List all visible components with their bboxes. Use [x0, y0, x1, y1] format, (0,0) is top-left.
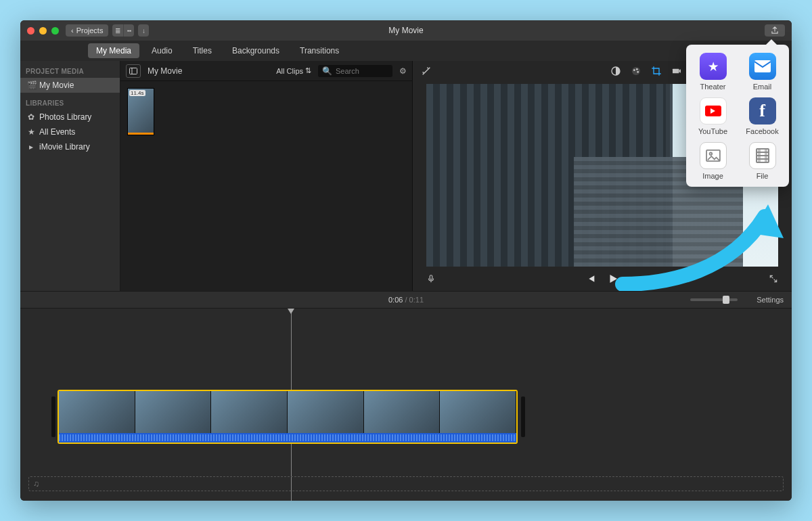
clip-filter-dropdown[interactable]: All Clips ⇅	[276, 66, 311, 75]
crop-button[interactable]	[651, 66, 662, 76]
clapper-icon: 🎬	[27, 81, 35, 90]
share-youtube[interactable]: YouTube	[692, 97, 734, 135]
svg-point-3	[632, 67, 640, 75]
timeline[interactable]: ♫	[20, 309, 792, 501]
share-email[interactable]: Email	[741, 53, 784, 91]
fullscreen-button[interactable]	[769, 274, 778, 284]
sidebar-header-libraries: LIBRARIES	[20, 97, 120, 110]
clip-used-indicator	[128, 133, 154, 135]
share-image[interactable]: Image	[692, 142, 734, 180]
gear-icon: ⚙	[399, 66, 407, 76]
titlebar: ‹ Projects ≣ ╍ ↓ My Movie	[20, 20, 792, 41]
playback-controls	[413, 267, 792, 291]
sidebar-item-photos-library[interactable]: ✿ Photos Library	[20, 110, 120, 124]
clip-trim-handle-left[interactable]	[51, 397, 55, 437]
sidebar: PROJECT MEDIA 🎬 My Movie LIBRARIES ✿ Pho…	[20, 61, 120, 291]
stabilization-button[interactable]	[671, 66, 682, 76]
play-button[interactable]	[607, 273, 619, 285]
enhance-wand-button[interactable]	[421, 66, 432, 76]
clip-thumbnails	[59, 391, 516, 433]
share-label: File	[757, 172, 769, 180]
clip-duration-badge: 11.4s	[129, 90, 145, 96]
clip-filter-label: All Clips	[276, 67, 303, 75]
download-arrow-icon: ↓	[138, 24, 149, 37]
app-window: ‹ Projects ≣ ╍ ↓ My Movie My Media Audio…	[20, 20, 792, 501]
close-window-button[interactable]	[27, 27, 35, 35]
share-button[interactable]	[765, 24, 785, 37]
search-icon: 🔍	[322, 66, 332, 76]
svg-rect-7	[673, 69, 679, 74]
window-title: My Movie	[20, 26, 792, 35]
contrast-icon	[610, 66, 621, 76]
chevrons-icon: ⇅	[305, 66, 311, 75]
camera-icon	[671, 66, 682, 76]
microphone-icon	[426, 273, 436, 284]
image-icon	[700, 142, 727, 169]
tab-backgrounds[interactable]: Backgrounds	[224, 43, 288, 58]
clip-audio-waveform	[59, 433, 516, 443]
voiceover-button[interactable]	[426, 273, 436, 284]
browser-toolbar: My Movie All Clips ⇅ 🔍 ⚙	[120, 61, 412, 81]
sidebar-item-my-movie[interactable]: 🎬 My Movie	[20, 78, 120, 93]
library-view-toggle[interactable]: ≣ ╍	[112, 24, 134, 37]
skip-back-icon	[585, 273, 596, 284]
sidebar-item-label: My Movie	[39, 81, 74, 90]
timeline-settings-button[interactable]: Settings	[757, 296, 784, 304]
timeline-header: 0:06 / 0:11 Settings	[20, 291, 792, 309]
palette-icon	[631, 66, 641, 76]
disclosure-triangle-icon: ▸	[27, 142, 35, 152]
upper-pane: PROJECT MEDIA 🎬 My Movie LIBRARIES ✿ Pho…	[20, 61, 792, 291]
grid-view-icon: ╍	[123, 24, 134, 37]
playback-time: 0:06 / 0:11	[388, 296, 424, 304]
toggle-sidebar-button[interactable]	[126, 64, 141, 78]
email-icon	[749, 53, 776, 80]
flower-icon: ✿	[27, 112, 35, 122]
svg-point-4	[633, 69, 635, 71]
tab-transitions[interactable]: Transitions	[292, 43, 347, 58]
youtube-icon	[700, 97, 727, 124]
color-correction-button[interactable]	[631, 66, 641, 76]
tab-titles[interactable]: Titles	[185, 43, 220, 58]
search-input[interactable]	[336, 67, 390, 75]
music-track[interactable]: ♫	[28, 476, 784, 491]
browser-project-label: My Movie	[148, 66, 182, 76]
browser-settings-button[interactable]: ⚙	[399, 66, 407, 76]
theater-icon: ★	[700, 53, 727, 80]
media-tabs: My Media Audio Titles Backgrounds Transi…	[20, 41, 792, 61]
sidebar-item-imovie-library[interactable]: ▸ iMovie Library	[20, 139, 120, 154]
share-popover: ★ Theater Email YouTube f Facebook	[686, 45, 789, 187]
tab-audio[interactable]: Audio	[143, 43, 181, 58]
projects-back-button[interactable]: ‹ Projects	[66, 24, 108, 37]
svg-point-5	[636, 68, 638, 70]
sidebar-header-project-media: PROJECT MEDIA	[20, 65, 120, 78]
import-button[interactable]: ↓	[138, 24, 149, 37]
share-facebook[interactable]: f Facebook	[741, 97, 784, 135]
sidebar-item-all-events[interactable]: ★ All Events	[20, 124, 120, 139]
tab-my-media[interactable]: My Media	[88, 43, 139, 58]
sidebar-item-label: Photos Library	[39, 112, 91, 122]
media-clip[interactable]: 11.4s	[127, 88, 154, 135]
list-view-icon: ≣	[112, 24, 123, 37]
zoom-knob[interactable]	[723, 296, 729, 304]
timeline-clip[interactable]	[58, 390, 518, 444]
crop-icon	[651, 66, 662, 76]
search-field[interactable]: 🔍	[318, 65, 392, 77]
sidebar-item-label: All Events	[39, 127, 75, 137]
wand-icon	[421, 66, 432, 76]
file-icon	[749, 142, 776, 169]
share-theater[interactable]: ★ Theater	[692, 53, 734, 91]
share-label: Image	[702, 172, 723, 180]
media-browser: My Movie All Clips ⇅ 🔍 ⚙ 11.4s	[120, 61, 413, 291]
music-note-icon: ♫	[33, 479, 39, 489]
share-file[interactable]: File	[741, 142, 784, 180]
projects-label: Projects	[76, 26, 104, 35]
svg-point-6	[637, 71, 639, 73]
prev-frame-button[interactable]	[585, 273, 596, 284]
share-label: Email	[753, 83, 772, 91]
minimize-window-button[interactable]	[39, 27, 47, 35]
sidebar-item-label: iMovie Library	[39, 142, 90, 152]
zoom-slider[interactable]	[690, 298, 738, 301]
zoom-window-button[interactable]	[51, 27, 59, 35]
color-balance-button[interactable]	[610, 66, 621, 76]
clip-trim-handle-right[interactable]	[521, 397, 525, 437]
